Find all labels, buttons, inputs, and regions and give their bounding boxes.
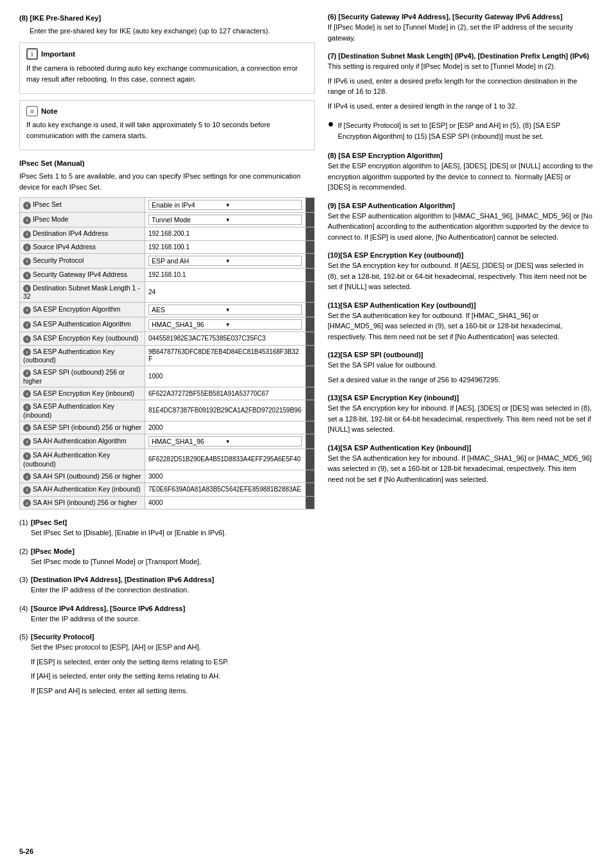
item11-text: Set the SA authentication key for outbou… — [328, 310, 594, 342]
table-row: i Source IPv4 Address192.168.100.1 — [20, 240, 315, 254]
row-label: i Destination Subnet Mask Length 1 - 32 — [20, 281, 145, 303]
row-icon: i — [23, 473, 31, 481]
row-label: i SA AH Authentication Key (inbound) — [20, 483, 145, 497]
item-text: Enter the IP address of the source. — [31, 614, 315, 624]
row-action[interactable] — [306, 483, 315, 497]
item-13: (13)[SA ESP Encryption Key (inbound)] Se… — [328, 394, 594, 439]
item7-text1: This setting is required only if [IPsec … — [328, 61, 594, 72]
item14-text: Set the SA authentication key for inboun… — [328, 453, 594, 485]
item-title: [Security Protocol] — [31, 633, 315, 641]
right-column: (6) [Security Gateway IPv4 Address], [Se… — [328, 13, 594, 705]
item10-text: Set the SA encryption key for outbound. … — [328, 260, 594, 292]
item-11: (11)[SA ESP Authentication Key (outbound… — [328, 301, 594, 346]
row-action[interactable] — [306, 303, 315, 317]
row-label: i SA AH SPI (outbound) 256 or higher — [20, 470, 145, 483]
row-label: i IPsec Mode — [20, 213, 145, 227]
item-text: If [AH] is selected, enter only the sett… — [31, 671, 315, 682]
table-row: i SA ESP Encryption Key (outbound)044558… — [20, 332, 315, 346]
important-icon: i — [26, 48, 38, 60]
item7-title: (7) [Destination Subnet Mask Length] (IP… — [328, 52, 594, 60]
row-icon: i — [23, 452, 31, 460]
row-action[interactable] — [306, 387, 315, 400]
row-value: 9B64787763DFC8DE7EB4D84EC81B453168F3B32F — [145, 345, 306, 366]
item7-text2: If IPv6 is used, enter a desired prefix … — [328, 76, 594, 97]
table-row: i SA AH SPI (outbound) 256 or higher3000 — [20, 470, 315, 483]
row-label: i SA ESP SPI (outbound) 256 or higher — [20, 366, 145, 387]
row-value: 1000 — [145, 366, 306, 387]
row-action[interactable] — [306, 470, 315, 483]
row-value[interactable]: ESP and AH▼ — [145, 254, 306, 269]
item-number: (3) — [19, 576, 31, 599]
table-row: i SA ESP Authentication Key (inbound)81E… — [20, 400, 315, 421]
row-action[interactable] — [306, 240, 315, 254]
row-icon: i — [23, 499, 31, 507]
table-row: i SA AH Authentication Key (outbound)6F6… — [20, 449, 315, 470]
row-label: i SA ESP Encryption Algorithm — [20, 303, 145, 317]
item10-title: (10)[SA ESP Encryption Key (outbound)] — [328, 251, 594, 259]
numbered-item: (4)[Source IPv4 Address], [Source IPv6 A… — [19, 605, 315, 628]
item6-text: If [IPsec Mode] is set to [Tunnel Mode] … — [328, 22, 594, 43]
row-action[interactable] — [306, 366, 315, 387]
row-label: i SA ESP Authentication Key (inbound) — [20, 400, 145, 421]
row-value: 192.168.10.1 — [145, 269, 306, 282]
row-label: i SA AH Authentication Key (outbound) — [20, 449, 145, 470]
ipsec-manual-desc: IPsec Sets 1 to 5 are available, and you… — [19, 171, 315, 192]
numbered-item: (2)[IPsec Mode]Set IPsec mode to [Tunnel… — [19, 547, 315, 571]
item9-title: (9) [SA ESP Authentication Algorithm] — [328, 202, 594, 209]
ike-desc: Enter the pre-shared key for IKE (auto k… — [30, 26, 315, 37]
item11-title: (11)[SA ESP Authentication Key (outbound… — [328, 301, 594, 309]
row-action[interactable] — [306, 213, 315, 227]
row-value[interactable]: Enable in IPv4▼ — [145, 198, 306, 213]
row-value[interactable]: HMAC_SHA1_96▼ — [145, 434, 306, 449]
row-action[interactable] — [306, 332, 315, 346]
row-action[interactable] — [306, 496, 315, 509]
row-action[interactable] — [306, 227, 315, 241]
row-icon: i — [23, 306, 31, 314]
row-action[interactable] — [306, 434, 315, 449]
row-action[interactable] — [306, 198, 315, 213]
item-number: (5) — [19, 633, 31, 700]
row-action[interactable] — [306, 449, 315, 470]
row-icon: i — [23, 424, 31, 432]
item12-text2: Set a desired value in the range of 256 … — [328, 375, 594, 385]
table-row: i SA ESP Authentication Key (outbound)9B… — [20, 345, 315, 366]
row-action[interactable] — [306, 269, 315, 282]
item-text: Set IPsec Set to [Disable], [Enable in I… — [31, 527, 315, 538]
item12-text1: Set the SA SPI value for outbound. — [328, 360, 594, 371]
row-action[interactable] — [306, 345, 315, 366]
row-label: i SA ESP SPI (inbound) 256 or higher — [20, 421, 145, 434]
table-row: i Security ProtocolESP and AH▼ — [20, 254, 315, 269]
row-value: 192.168.100.1 — [145, 240, 306, 254]
item-14: (14)[SA ESP Authentication Key (inbound)… — [328, 444, 594, 489]
item13-text: Set the SA encryption key for inbound. I… — [328, 403, 594, 435]
item13-title: (13)[SA ESP Encryption Key (inbound)] — [328, 394, 594, 402]
row-icon: i — [23, 244, 31, 251]
row-icon: i — [23, 202, 31, 209]
row-action[interactable] — [306, 281, 315, 303]
important-title: Important — [41, 50, 75, 58]
table-row: i SA ESP Encryption Key (inbound)6F622A3… — [20, 387, 315, 400]
row-label: i Destination IPv4 Address — [20, 227, 145, 241]
item-6: (6) [Security Gateway IPv4 Address], [Se… — [328, 13, 594, 47]
row-value: 3000 — [145, 470, 306, 483]
bullet-dot: ● — [328, 119, 334, 145]
row-value: 6F62282D51B290EA4B51D8833A4EFF295A6E5F40 — [145, 449, 306, 470]
item9-text: Set the ESP authentication algorithm to … — [328, 211, 594, 243]
row-action[interactable] — [306, 400, 315, 421]
row-label: i SA ESP Authentication Algorithm — [20, 317, 145, 332]
item8-title: (8) [SA ESP Encryption Algorithm] — [328, 152, 594, 159]
numbered-item: (3)[Destination IPv4 Address], [Destinat… — [19, 576, 315, 599]
row-action[interactable] — [306, 317, 315, 332]
item-content: [IPsec Set]Set IPsec Set to [Disable], [… — [31, 518, 315, 542]
table-row: i Security Gateway IPv4 Address192.168.1… — [20, 269, 315, 282]
row-action[interactable] — [306, 421, 315, 434]
row-value[interactable]: HMAC_SHA1_96▼ — [145, 317, 306, 332]
row-value[interactable]: AES▼ — [145, 303, 306, 317]
table-row: i SA ESP Authentication AlgorithmHMAC_SH… — [20, 317, 315, 332]
row-label: i SA ESP Authentication Key (outbound) — [20, 345, 145, 366]
row-value[interactable]: Tunnel Mode▼ — [145, 213, 306, 227]
row-value: 0445581982E3AC7E75385E037C35FC3 — [145, 332, 306, 346]
row-action[interactable] — [306, 254, 315, 269]
row-icon: i — [23, 285, 31, 292]
row-label: i Security Protocol — [20, 254, 145, 269]
